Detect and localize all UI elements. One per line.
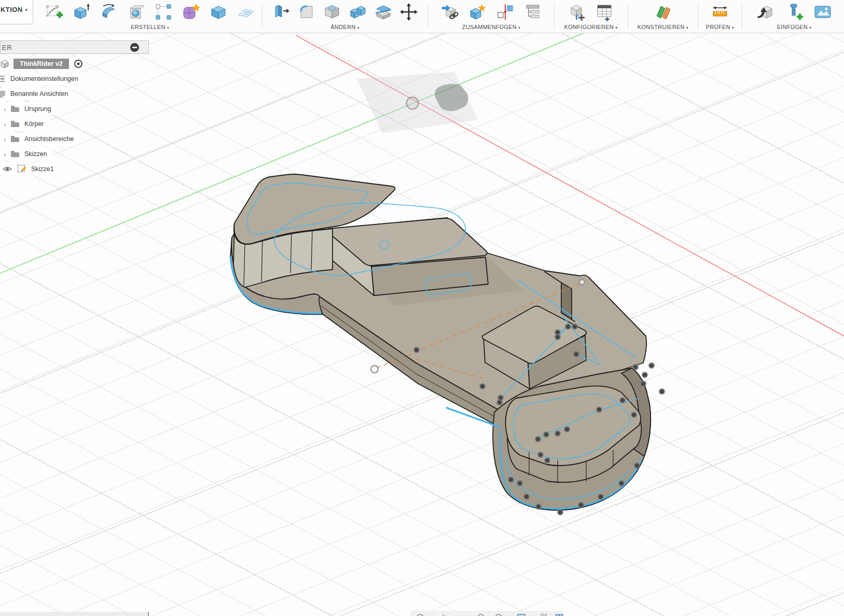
split-body-icon[interactable] bbox=[373, 2, 393, 22]
chevron-down-icon: ▾ bbox=[732, 25, 734, 30]
toolbar-group-label[interactable]: PRÜFEN▾ bbox=[701, 24, 739, 32]
chevron-down-icon: ▾ bbox=[809, 25, 811, 30]
toolbar-group-label[interactable]: KONSTRUIEREN▾ bbox=[632, 24, 694, 32]
tree-row-benannte-ansichten[interactable]: Benannte Ansichten bbox=[0, 88, 73, 100]
toolbar-group-ändern: ÄNDERN▾ bbox=[266, 0, 424, 32]
folder-icon[interactable] bbox=[10, 119, 20, 129]
toolbar-divider bbox=[262, 3, 262, 29]
zoom-in-icon[interactable] bbox=[476, 612, 487, 616]
timeline-bar-partial[interactable] bbox=[0, 612, 149, 616]
chevron-down-icon: ▾ bbox=[357, 25, 359, 30]
toolbar-divider bbox=[628, 3, 628, 29]
workspace-selector[interactable]: KTION ▾ bbox=[0, 0, 33, 24]
chevron-right-icon[interactable] bbox=[2, 106, 8, 112]
main-toolbar: KTION ▾ ERSTELLEN▾ÄNDERN▾ZUSAMMENFÜGEN▾K… bbox=[0, 0, 844, 33]
box-primitive-icon[interactable] bbox=[209, 2, 228, 22]
document-name: ThinkRider v2 bbox=[20, 60, 63, 67]
press-pull-icon[interactable] bbox=[271, 2, 291, 22]
folder-icon[interactable] bbox=[10, 149, 20, 159]
chevron-down-icon: ▾ bbox=[167, 25, 169, 30]
configure-component-icon[interactable] bbox=[567, 2, 587, 22]
construction-plane-icon[interactable] bbox=[653, 2, 673, 22]
mesh-section-icon[interactable] bbox=[236, 2, 256, 22]
tree-row-skizze1[interactable]: Skizze1 bbox=[0, 163, 59, 175]
eye-visibility-icon[interactable] bbox=[2, 164, 12, 174]
configuration-table-icon[interactable] bbox=[595, 2, 615, 22]
grid-settings-icon[interactable] bbox=[538, 612, 549, 616]
tree-item-label: Skizze1 bbox=[31, 165, 54, 173]
folder-icon[interactable] bbox=[10, 134, 20, 144]
viewport-canvas[interactable] bbox=[0, 33, 844, 616]
insert-canvas-icon[interactable] bbox=[813, 2, 833, 22]
toolbar-divider bbox=[698, 3, 698, 29]
tree-row-dokumenteinstellungen[interactable]: Dokumenteinstellungen bbox=[0, 73, 83, 85]
extrude-icon[interactable] bbox=[72, 2, 91, 22]
zoom-window-icon[interactable] bbox=[494, 612, 504, 616]
tree-item-label: Dokumenteinstellungen bbox=[10, 75, 78, 82]
tree-row-root[interactable]: ThinkRider v2 bbox=[0, 58, 85, 70]
toolbar-group-prüfen: PRÜFEN▾ bbox=[701, 0, 739, 32]
toolbar-group-einfügen: EINFÜGEN▾ bbox=[746, 0, 842, 32]
tree-row-körper[interactable]: Körper bbox=[0, 118, 49, 130]
tree-row-skizzen[interactable]: Skizzen bbox=[0, 148, 52, 160]
form-icon[interactable] bbox=[181, 2, 201, 22]
orbit-icon[interactable] bbox=[415, 612, 425, 616]
rectangular-pattern-icon[interactable] bbox=[154, 2, 173, 22]
tree-row-ursprung[interactable]: Ursprung bbox=[0, 103, 56, 115]
tree-item-label: Ansichtsbereiche bbox=[24, 135, 74, 143]
display-settings-icon[interactable] bbox=[516, 612, 527, 616]
toolbar-group-label[interactable]: ZUSAMMENFÜGEN▾ bbox=[432, 24, 550, 32]
minus-circle-icon[interactable] bbox=[130, 43, 139, 52]
toolbar-group-label[interactable]: EINFÜGEN▾ bbox=[746, 24, 842, 32]
move-copy-icon[interactable] bbox=[399, 2, 419, 22]
toolbar-group-label[interactable]: ÄNDERN▾ bbox=[266, 24, 424, 32]
sketch-create-icon[interactable] bbox=[44, 2, 64, 22]
walk-icon[interactable] bbox=[461, 612, 471, 616]
tree-item-label: Benannte Ansichten bbox=[10, 90, 68, 97]
tree-row-ansichtsbereiche[interactable]: Ansichtsbereiche bbox=[0, 133, 78, 145]
toolbar-group-erstellen: ERSTELLEN▾ bbox=[36, 0, 264, 32]
chevron-down-icon: ▾ bbox=[615, 25, 617, 30]
fillet-icon[interactable] bbox=[297, 2, 316, 22]
shell-icon[interactable] bbox=[322, 2, 342, 22]
radio-icon[interactable] bbox=[73, 59, 84, 69]
root-node-selected[interactable]: ThinkRider v2 bbox=[13, 59, 69, 69]
tree-item-label: Ursprung bbox=[24, 105, 51, 113]
measure-icon[interactable] bbox=[710, 2, 730, 22]
pan-icon[interactable] bbox=[438, 612, 449, 616]
toolbar-group-konfigurieren: KONFIGURIEREN▾ bbox=[558, 0, 624, 32]
component-tree-icon[interactable] bbox=[523, 2, 543, 22]
folder-icon[interactable] bbox=[10, 104, 20, 114]
activate-radio[interactable] bbox=[72, 58, 85, 70]
toolbar-divider bbox=[742, 3, 742, 29]
chevron-right-icon[interactable] bbox=[2, 136, 8, 142]
toolbar-group-label[interactable]: ERSTELLEN▾ bbox=[36, 24, 264, 32]
document-settings-icon[interactable] bbox=[0, 74, 6, 84]
chevron-down-icon: ▾ bbox=[686, 25, 688, 30]
toolbar-group-zusammenfügen: ZUSAMMENFÜGEN▾ bbox=[432, 0, 550, 32]
viewports-icon[interactable] bbox=[554, 612, 564, 616]
browser-header: ER bbox=[0, 40, 149, 54]
chevron-down-icon: ▾ bbox=[518, 25, 520, 30]
named-views-icon[interactable] bbox=[0, 89, 6, 99]
hole-icon[interactable] bbox=[127, 2, 146, 22]
chevron-right-icon[interactable] bbox=[2, 151, 8, 157]
toolbar-group-konstruieren: KONSTRUIEREN▾ bbox=[632, 0, 694, 32]
sketch-icon[interactable] bbox=[17, 164, 27, 174]
revolve-icon[interactable] bbox=[99, 2, 119, 22]
tree-item-label: Skizzen bbox=[24, 150, 47, 158]
workspace-label: KTION bbox=[1, 6, 22, 13]
chevron-right-icon[interactable] bbox=[2, 121, 8, 127]
new-component-icon[interactable] bbox=[467, 2, 487, 22]
derive-icon[interactable] bbox=[755, 2, 775, 22]
combine-icon[interactable] bbox=[348, 2, 368, 22]
chevron-down-icon: ▾ bbox=[25, 7, 27, 12]
toolbar-group-label[interactable]: KONFIGURIEREN▾ bbox=[558, 24, 624, 32]
joint-icon[interactable] bbox=[495, 2, 515, 22]
toolbar-divider bbox=[554, 3, 555, 29]
browser-title: ER bbox=[2, 44, 12, 51]
insert-fastener-icon[interactable] bbox=[784, 2, 804, 22]
insert-component-icon[interactable] bbox=[440, 2, 460, 22]
navigation-dock[interactable] bbox=[410, 611, 564, 616]
component-cube-icon[interactable] bbox=[0, 59, 10, 69]
